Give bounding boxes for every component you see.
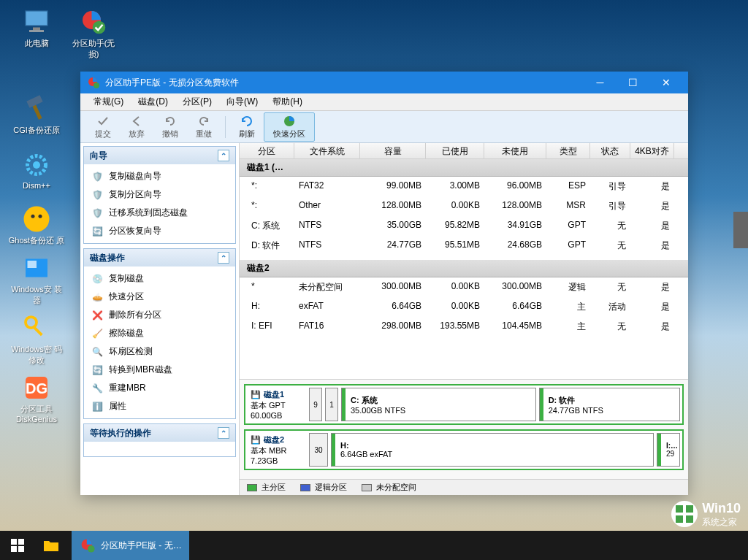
recover-icon: 🔄 bbox=[91, 226, 103, 237]
small-partition-block[interactable]: 1 bbox=[325, 388, 338, 421]
arrow-left-icon bbox=[130, 115, 143, 128]
partition-c-block[interactable]: C: 系统35.00GB NTFS bbox=[341, 388, 536, 421]
wizard-migrate-ssd[interactable]: 🛡️迁移系统到固态磁盘 bbox=[84, 204, 235, 222]
small-partition-block[interactable]: 9 bbox=[309, 388, 322, 421]
desktop-icon-ghost[interactable]: Ghost备份还 原 bbox=[7, 204, 66, 246]
table-row[interactable]: I: EFIFAT16298.00MB193.55MB104.45MB主无是 bbox=[240, 317, 688, 337]
toolbar-redo[interactable]: 重做 bbox=[187, 113, 221, 141]
pie-icon bbox=[283, 115, 296, 128]
wizard-copy-partition[interactable]: 🛡️复制分区向导 bbox=[84, 185, 235, 204]
diskop-convert-mbr[interactable]: 🔄转换到MBR磁盘 bbox=[84, 361, 235, 379]
undo-icon bbox=[164, 115, 177, 128]
svg-rect-28 bbox=[18, 546, 24, 552]
diskop-wipe-disk[interactable]: 🧹擦除磁盘 bbox=[84, 324, 235, 342]
desktop-icon-label: CGI备份还原 bbox=[7, 125, 66, 136]
titlebar[interactable]: 分区助手PE版 - 无损分区免费软件 ─ ☐ ✕ bbox=[80, 72, 688, 93]
desktop-icon-label: Windows密 码修改 bbox=[7, 344, 66, 366]
th-type[interactable]: 类型 bbox=[546, 143, 590, 158]
disk-icon: 💾 bbox=[251, 435, 261, 445]
menu-partition[interactable]: 分区(P) bbox=[175, 96, 219, 108]
collapse-button[interactable]: ⌃ bbox=[218, 252, 229, 264]
toolbar-discard[interactable]: 放弃 bbox=[120, 113, 153, 141]
close-button[interactable]: ✕ bbox=[649, 72, 682, 93]
side-tab[interactable] bbox=[733, 212, 748, 248]
desktop-icon-cgi-backup[interactable]: CGI备份还原 bbox=[7, 94, 66, 136]
wizard-copy-disk[interactable]: 🛡️复制磁盘向导 bbox=[84, 167, 235, 185]
disk-label: 💾磁盘2 基本 MBR 7.23GB bbox=[248, 433, 306, 467]
disk1-header[interactable]: 磁盘1 (… bbox=[240, 159, 688, 177]
diskop-copy-disk[interactable]: 💿复制磁盘 bbox=[84, 269, 235, 288]
table-row[interactable]: *:FAT3299.00MB3.00MB96.00MBESP引导是 bbox=[240, 177, 688, 196]
start-button[interactable] bbox=[0, 531, 35, 560]
partition-i-block[interactable]: I:…29 bbox=[657, 433, 680, 467]
th-filesystem[interactable]: 文件系统 bbox=[294, 143, 360, 158]
desktop-icon-win-installer[interactable]: Windows安 装器 bbox=[7, 253, 66, 306]
gear-icon bbox=[22, 150, 51, 180]
collapse-button[interactable]: ⌃ bbox=[218, 150, 229, 161]
copy-disk-icon: 💿 bbox=[91, 273, 103, 285]
table-row[interactable]: H:exFAT6.64GB0.00KB6.64GB主活动是 bbox=[240, 297, 688, 317]
svg-rect-27 bbox=[11, 546, 17, 552]
wipe-icon: 🧹 bbox=[91, 328, 103, 340]
panel-pending: 等待执行的操作⌃ bbox=[83, 423, 236, 457]
desktop-icon-this-pc[interactable]: 此电脑 bbox=[7, 7, 66, 49]
svg-point-8 bbox=[31, 215, 35, 218]
table-row[interactable]: *:Other128.00MB0.00KB128.00MBMSR引导是 bbox=[240, 196, 688, 216]
desktop-icon-label: Ghost备份还 原 bbox=[7, 235, 66, 246]
svg-point-19 bbox=[94, 83, 99, 88]
th-capacity[interactable]: 容量 bbox=[360, 143, 426, 158]
svg-point-30 bbox=[88, 545, 95, 553]
disk2-viz[interactable]: 💾磁盘2 基本 MBR 7.23GB 30 H:6.64GB exFAT I:…… bbox=[244, 429, 684, 470]
toolbar-undo[interactable]: 撤销 bbox=[153, 113, 187, 141]
table-row[interactable]: *未分配空间300.00MB0.00KB300.00MB逻辑无是 bbox=[240, 277, 688, 297]
disk2-header[interactable]: 磁盘2 bbox=[240, 260, 688, 277]
diskop-properties[interactable]: ℹ️属性 bbox=[84, 397, 235, 415]
taskbar-app-label: 分区助手PE版 - 无… bbox=[101, 540, 182, 552]
wizard-recover-partition[interactable]: 🔄分区恢复向导 bbox=[84, 222, 235, 240]
disk-visualization: 💾磁盘1 基本 GPT 60.00GB 9 1 C: 系统35.00GB NTF… bbox=[240, 379, 688, 479]
table-row[interactable]: C: 系统NTFS35.00GB95.82MB34.91GBGPT无是 bbox=[240, 216, 688, 236]
taskbar-partition-assistant[interactable]: 分区助手PE版 - 无… bbox=[72, 531, 189, 560]
th-partition[interactable]: 分区 bbox=[240, 143, 294, 158]
toolbar-commit[interactable]: 提交 bbox=[86, 113, 120, 141]
desktop-icon-dism[interactable]: Dism++ bbox=[7, 150, 66, 190]
redo-icon bbox=[197, 115, 210, 128]
table-row[interactable]: D: 软件NTFS24.77GB95.51MB24.68GBGPT无是 bbox=[240, 236, 688, 256]
maximize-button[interactable]: ☐ bbox=[617, 72, 649, 93]
menu-disk[interactable]: 磁盘(D) bbox=[131, 96, 175, 108]
menubar: 常规(G) 磁盘(D) 分区(P) 向导(W) 帮助(H) bbox=[80, 93, 688, 111]
minimize-button[interactable]: ─ bbox=[584, 72, 617, 93]
diskop-delete-all[interactable]: ❌删除所有分区 bbox=[84, 306, 235, 324]
th-align[interactable]: 4KB对齐 bbox=[630, 143, 674, 158]
disk1-viz[interactable]: 💾磁盘1 基本 GPT 60.00GB 9 1 C: 系统35.00GB NTF… bbox=[244, 384, 684, 425]
desktop-icon-password[interactable]: Windows密 码修改 bbox=[7, 313, 66, 366]
taskbar-file-explorer[interactable] bbox=[35, 531, 72, 560]
desktop-icon-partition-assistant[interactable]: 分区助手(无 损) bbox=[64, 7, 123, 60]
pie-check-icon bbox=[79, 7, 108, 37]
toolbar-refresh[interactable]: 刷新 bbox=[230, 113, 264, 141]
toolbar-quick-partition[interactable]: 快速分区 bbox=[264, 112, 315, 142]
svg-rect-2 bbox=[29, 30, 44, 32]
th-used[interactable]: 已使用 bbox=[426, 143, 484, 158]
delete-icon: ❌ bbox=[91, 310, 103, 321]
disk-copy-icon: 🛡️ bbox=[91, 171, 103, 183]
taskbar: 分区助手PE版 - 无… bbox=[0, 531, 748, 560]
th-status[interactable]: 状态 bbox=[590, 143, 630, 158]
quick-partition-icon: 🥧 bbox=[91, 291, 103, 303]
partition-d-block[interactable]: D: 软件24.77GB NTFS bbox=[539, 388, 680, 421]
menu-general[interactable]: 常规(G) bbox=[86, 96, 131, 108]
partition-h-block[interactable]: H:6.64GB exFAT bbox=[331, 433, 654, 467]
diskop-bad-sector[interactable]: 🔍坏扇区检测 bbox=[84, 342, 235, 361]
small-partition-block[interactable]: 30 bbox=[309, 433, 328, 467]
panel-wizard: 向导⌃ 🛡️复制磁盘向导 🛡️复制分区向导 🛡️迁移系统到固态磁盘 🔄分区恢复向… bbox=[83, 146, 236, 244]
menu-wizard[interactable]: 向导(W) bbox=[219, 96, 265, 108]
desktop-icon-diskgenius[interactable]: DG 分区工具 DiskGenius bbox=[7, 373, 66, 423]
rebuild-icon: 🔧 bbox=[91, 383, 103, 394]
collapse-button[interactable]: ⌃ bbox=[218, 427, 229, 439]
diskop-quick-partition[interactable]: 🥧快速分区 bbox=[84, 288, 235, 306]
menu-help[interactable]: 帮助(H) bbox=[265, 96, 310, 108]
app-icon bbox=[86, 75, 101, 90]
desktop-icon-label: Windows安 装器 bbox=[7, 284, 66, 306]
diskop-rebuild-mbr[interactable]: 🔧重建MBR bbox=[84, 379, 235, 397]
th-unused[interactable]: 未使用 bbox=[484, 143, 546, 158]
